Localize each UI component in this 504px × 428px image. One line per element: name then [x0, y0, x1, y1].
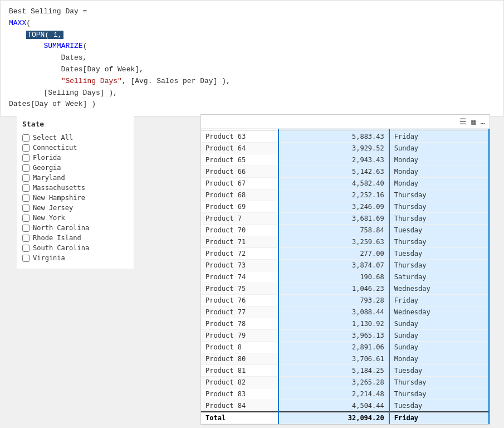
cell-product-name: Product 71: [201, 236, 278, 248]
checkbox-new-hampshire[interactable]: [22, 194, 30, 202]
checkbox-select-all[interactable]: [22, 134, 30, 142]
cell-avg-sales: 3,265.28: [278, 377, 389, 388]
table-row[interactable]: Product 823,265.28Thursday: [201, 377, 489, 388]
cell-product-name: Product 67: [201, 178, 278, 189]
state-item-south-carolina[interactable]: South Carolina: [22, 243, 128, 253]
table-toolbar: ☰ ▦ …: [201, 115, 490, 129]
table-row[interactable]: Product 803,706.61Monday: [201, 353, 489, 365]
cell-product-name: Product 76: [201, 295, 278, 307]
cell-avg-sales: 4,582.40: [278, 178, 389, 189]
state-item-florida[interactable]: Florida: [22, 153, 128, 163]
product-table: Product Name Avg. Sales per Day Best Sel…: [201, 129, 490, 424]
table-row[interactable]: Product 781,130.92Sunday: [201, 318, 489, 330]
table-row[interactable]: Product 733,874.07Thursday: [201, 260, 489, 271]
state-item-new-jersey[interactable]: New Jersey: [22, 203, 128, 213]
state-label-north-carolina: North Carolina: [33, 224, 89, 232]
code-line-1: Best Selling Day =: [9, 6, 495, 18]
cell-avg-sales: 3,088.44: [278, 307, 389, 318]
cell-avg-sales: 2,891.06: [278, 342, 389, 353]
table-row[interactable]: Product 713,259.63Thursday: [201, 236, 489, 248]
checkbox-new-jersey[interactable]: [22, 205, 30, 212]
table-row[interactable]: Product 751,046.23Wednesday: [201, 283, 489, 295]
cell-product-name: Product 66: [201, 166, 278, 178]
cell-avg-sales: 5,883.43: [278, 131, 389, 143]
cell-avg-sales: 190.68: [278, 271, 389, 283]
toolbar-grid-icon[interactable]: ▦: [471, 117, 476, 126]
toolbar-more-icon[interactable]: …: [481, 117, 485, 126]
table-row[interactable]: Product 693,246.09Thursday: [201, 201, 489, 213]
table-row[interactable]: Product 674,582.40Monday: [201, 178, 489, 189]
table-row[interactable]: Product 74190.68Saturday: [201, 271, 489, 283]
state-item-connecticut[interactable]: Connecticut: [22, 143, 128, 153]
checkbox-virginia[interactable]: [22, 255, 30, 262]
table-row[interactable]: Product 76793.28Friday: [201, 295, 489, 307]
cell-best-day: Tuesday: [389, 365, 489, 377]
table-row[interactable]: Product 773,088.44Wednesday: [201, 307, 489, 318]
checkbox-georgia[interactable]: [22, 164, 30, 172]
cell-avg-sales: 1,046.23: [278, 283, 389, 295]
state-item-georgia[interactable]: Georgia: [22, 163, 128, 173]
checkbox-south-carolina[interactable]: [22, 245, 30, 252]
checkbox-maryland[interactable]: [22, 174, 30, 182]
table-row[interactable]: Product 844,504.44Tuesday: [201, 400, 489, 412]
table-row[interactable]: Product 682,252.16Thursday: [201, 189, 489, 201]
code-line-6: Dates[Day of Week],: [9, 64, 495, 76]
cell-product-name: Product 84: [201, 400, 278, 412]
code-line-4: SUMMARIZE(: [9, 41, 495, 52]
checkbox-north-carolina[interactable]: [22, 225, 30, 232]
state-label-georgia: Georgia: [33, 164, 61, 172]
state-label-new-york: New York: [33, 214, 65, 222]
cell-best-day: Thursday: [389, 388, 489, 400]
cell-avg-sales: 3,246.09: [278, 201, 389, 213]
toolbar-menu-icon[interactable]: ☰: [459, 117, 467, 126]
state-item-new-york[interactable]: New York: [22, 213, 128, 223]
table-row[interactable]: Product 82,891.06Sunday: [201, 342, 489, 353]
table-row[interactable]: Product 635,883.43Friday: [201, 131, 489, 143]
state-label-select-all: Select All: [33, 134, 73, 142]
checkbox-connecticut[interactable]: [22, 144, 30, 152]
cell-avg-sales: 5,142.63: [278, 166, 389, 178]
cell-avg-sales: 793.28: [278, 295, 389, 307]
checkbox-rhode-island[interactable]: [22, 235, 30, 242]
cell-product-name: Product 68: [201, 189, 278, 201]
checkbox-massachusetts[interactable]: [22, 184, 30, 192]
code-editor: Best Selling Day = MAXX( TOPN( 1, SUMMAR…: [0, 0, 504, 116]
checkbox-florida[interactable]: [22, 154, 30, 162]
cell-product-name: Product 8: [201, 342, 278, 353]
table-row[interactable]: Product 73,681.69Thursday: [201, 213, 489, 225]
cell-best-day: Sunday: [389, 143, 489, 154]
state-item-rhode-island[interactable]: Rhode Island: [22, 233, 128, 243]
cell-best-day: Monday: [389, 353, 489, 365]
cell-avg-sales: 3,706.61: [278, 353, 389, 365]
cell-best-day: Sunday: [389, 342, 489, 353]
cell-product-name: Product 72: [201, 248, 278, 260]
state-item-maryland[interactable]: Maryland: [22, 173, 128, 183]
state-item-select-all[interactable]: Select All: [22, 133, 128, 143]
cell-avg-sales: 4,504.44: [278, 400, 389, 412]
cell-best-day: Thursday: [389, 236, 489, 248]
table-row[interactable]: Product 832,214.48Thursday: [201, 388, 489, 400]
state-item-new-hampshire[interactable]: New Hampshire: [22, 193, 128, 203]
table-row[interactable]: Product 793,965.13Sunday: [201, 330, 489, 342]
table-row[interactable]: Product 652,943.43Monday: [201, 154, 489, 166]
checkbox-new-york[interactable]: [22, 215, 30, 222]
cell-best-day: Monday: [389, 178, 489, 189]
table-row[interactable]: Product 815,184.25Tuesday: [201, 365, 489, 377]
cell-best-day: Thursday: [389, 189, 489, 201]
state-label-rhode-island: Rhode Island: [33, 234, 81, 242]
table-row[interactable]: Product 643,929.52Sunday: [201, 143, 489, 154]
cell-best-day: Sunday: [389, 318, 489, 330]
total-day: Friday: [389, 412, 489, 424]
state-item-north-carolina[interactable]: North Carolina: [22, 223, 128, 233]
table-row[interactable]: Product 72277.00Tuesday: [201, 248, 489, 260]
state-item-virginia[interactable]: Virginia: [22, 253, 128, 263]
state-item-massachusetts[interactable]: Massachusetts: [22, 183, 128, 193]
table-scroll-area[interactable]: Product Name Avg. Sales per Day Best Sel…: [201, 129, 490, 424]
table-row[interactable]: Product 665,142.63Monday: [201, 166, 489, 178]
cell-avg-sales: 2,943.43: [278, 154, 389, 166]
cell-product-name: Product 73: [201, 260, 278, 271]
cell-avg-sales: 3,874.07: [278, 260, 389, 271]
data-table-container: ☰ ▦ … Product Name Avg. Sales per Day Be…: [200, 114, 490, 425]
code-line-8: [Selling Days] ),: [9, 87, 495, 99]
table-row[interactable]: Product 70758.84Tuesday: [201, 225, 489, 236]
